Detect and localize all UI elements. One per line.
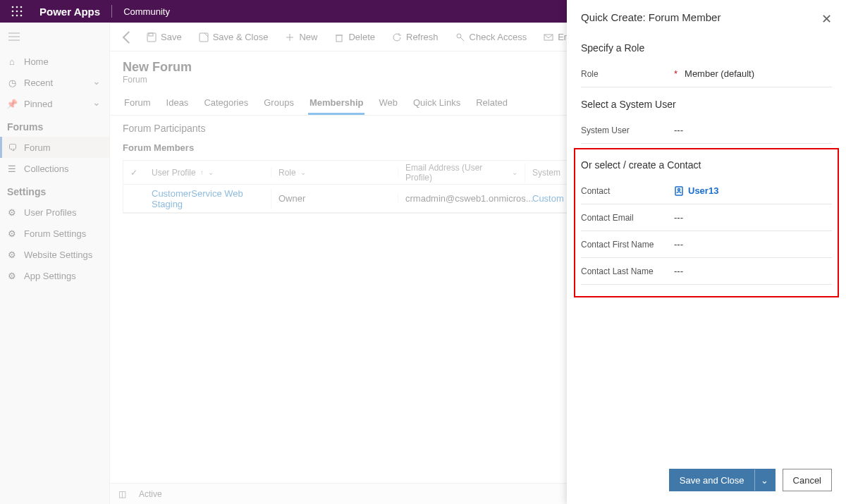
cmd-refresh[interactable]: Refresh [385, 26, 446, 49]
nav-user-profiles[interactable]: ⚙User Profiles [0, 202, 109, 223]
contact-last-name-field[interactable]: Contact Last Name --- [581, 258, 832, 285]
tab-quick-links[interactable]: Quick Links [412, 93, 462, 115]
nav-website-settings[interactable]: ⚙Website Settings [0, 244, 109, 265]
pin-icon: 📌 [7, 99, 17, 109]
cmd-new[interactable]: New [278, 26, 324, 49]
contact-name: User13 [688, 185, 718, 196]
svg-rect-13 [149, 33, 153, 36]
field-value[interactable]: Member (default) [685, 68, 832, 79]
tab-web[interactable]: Web [377, 93, 399, 115]
tab-ideas[interactable]: Ideas [165, 93, 190, 115]
col-label: User Profile [152, 168, 196, 178]
svg-point-23 [678, 188, 680, 190]
sort-asc-icon: ↑ [200, 168, 204, 176]
nav-label: Collections [24, 164, 69, 174]
specify-role-section: Specify a Role Role * Member (default) [581, 35, 832, 92]
field-value[interactable]: --- [674, 125, 832, 135]
contact-lookup-chip[interactable]: User13 [674, 185, 832, 196]
svg-rect-17 [336, 35, 342, 42]
nav-forum[interactable]: 🗨Forum [0, 137, 109, 158]
chevron-down-icon: ⌄ [300, 168, 306, 176]
nav-forum-settings[interactable]: ⚙Forum Settings [0, 223, 109, 244]
svg-point-1 [16, 6, 18, 8]
cell-user-profile[interactable]: CustomerService Web Staging [145, 188, 271, 209]
field-value[interactable]: --- [674, 212, 832, 223]
cmd-label: Check Access [470, 32, 527, 42]
back-button[interactable] [117, 27, 137, 47]
cmd-label: Refresh [406, 32, 439, 42]
cmd-label: Save [161, 32, 182, 42]
top-section-label[interactable]: Community [112, 6, 181, 17]
cell-role: Owner [271, 193, 398, 204]
col-email[interactable]: Email Address (User Profile)⌄ [398, 163, 525, 183]
cmd-label: New [299, 32, 317, 42]
svg-point-3 [12, 11, 14, 13]
key-icon [455, 32, 465, 42]
gear-icon: ⚙ [7, 207, 17, 218]
mail-icon [544, 32, 553, 42]
cmd-delete[interactable]: Delete [327, 26, 382, 49]
cmd-save[interactable]: Save [140, 26, 189, 49]
cmd-label: Delete [348, 32, 375, 42]
system-user-field[interactable]: System User --- [581, 117, 832, 144]
tab-groups[interactable]: Groups [262, 93, 295, 115]
split-caret[interactable]: ⌄ [755, 469, 775, 491]
gear-icon: ⚙ [7, 271, 17, 281]
nav-section-settings: Settings [0, 179, 109, 202]
nav-label: App Settings [24, 271, 76, 281]
nav-label: Pinned [24, 99, 52, 109]
cancel-button[interactable]: Cancel [783, 469, 832, 491]
tab-forum[interactable]: Forum [123, 93, 152, 115]
field-value[interactable]: --- [674, 266, 832, 276]
arrow-left-icon [118, 28, 136, 47]
svg-point-8 [20, 15, 23, 17]
trash-icon [334, 32, 344, 42]
panel-title: Quick Create: Forum Member [581, 11, 721, 23]
contact-first-name-field[interactable]: Contact First Name --- [581, 231, 832, 258]
contact-section: Or select / create a Contact Contact Use… [581, 152, 832, 289]
nav-collections[interactable]: ☰Collections [0, 158, 109, 179]
cmd-label: Save & Close [213, 32, 269, 42]
contact-email-field[interactable]: Contact Email --- [581, 204, 832, 231]
contact-field[interactable]: Contact User13 [581, 178, 832, 204]
svg-point-5 [20, 11, 23, 13]
nav-recent[interactable]: ◷Recent [0, 72, 109, 93]
panel-footer: Save and Close ⌄ Cancel [567, 462, 846, 504]
list-icon: ☰ [7, 164, 17, 174]
nav-app-settings[interactable]: ⚙App Settings [0, 265, 109, 286]
brand-label[interactable]: Power Apps [28, 6, 111, 18]
save-close-icon [199, 32, 209, 42]
svg-point-6 [12, 15, 14, 17]
field-label: Role [581, 69, 599, 79]
nav-label: Recent [24, 78, 53, 88]
tab-membership[interactable]: Membership [308, 93, 365, 115]
nav-collapse-button[interactable] [0, 23, 109, 51]
field-value[interactable]: --- [674, 239, 832, 250]
svg-point-2 [20, 6, 23, 8]
plus-icon [285, 32, 295, 42]
role-field[interactable]: Role * Member (default) [581, 61, 832, 87]
tab-categories[interactable]: Categories [202, 93, 250, 115]
app-launcher-icon[interactable] [6, 0, 28, 23]
status-label: Active [139, 489, 162, 499]
tab-related[interactable]: Related [474, 93, 509, 115]
nav-section-forums: Forums [0, 114, 109, 137]
col-role[interactable]: Role⌄ [271, 168, 398, 178]
chat-icon: 🗨 [7, 142, 17, 153]
col-user-profile[interactable]: User Profile↑⌄ [145, 168, 271, 178]
close-button[interactable]: ✕ [821, 11, 832, 27]
cmd-check-access[interactable]: Check Access [448, 26, 534, 49]
select-all-checkbox[interactable]: ✓ [123, 168, 145, 178]
col-label: System [532, 168, 560, 178]
chevron-down-icon: ⌄ [208, 168, 214, 176]
panel-header: Quick Create: Forum Member ✕ [567, 0, 846, 32]
popout-icon[interactable]: ◫ [118, 489, 126, 499]
save-and-close-button[interactable]: Save and Close ⌄ [669, 469, 776, 491]
save-and-close-label[interactable]: Save and Close [670, 469, 755, 491]
nav-pinned[interactable]: 📌Pinned [0, 93, 109, 114]
left-nav: ⌂Home ◷Recent 📌Pinned Forums 🗨Forum ☰Col… [0, 23, 110, 504]
field-label: System User [581, 125, 630, 135]
nav-label: Home [24, 56, 49, 67]
nav-home[interactable]: ⌂Home [0, 51, 109, 72]
cmd-save-close[interactable]: Save & Close [192, 26, 276, 49]
